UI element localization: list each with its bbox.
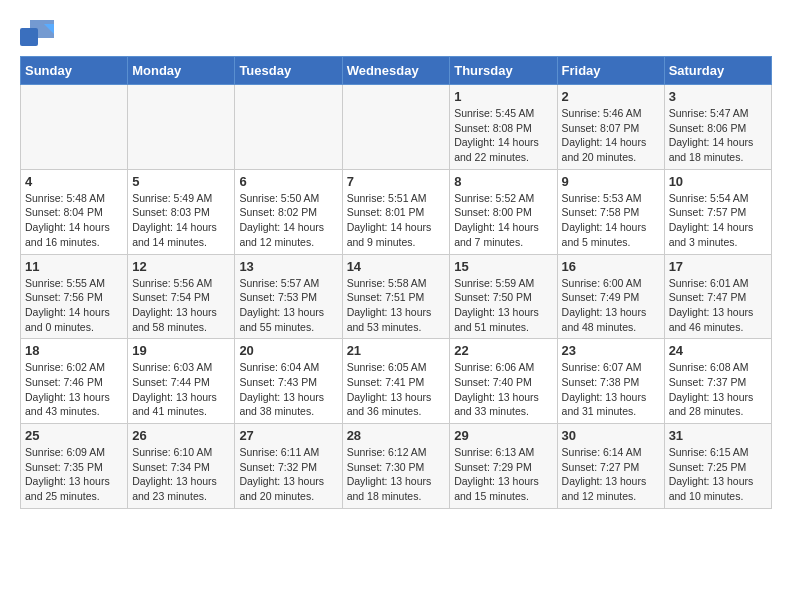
day-info: Sunrise: 5:57 AM Sunset: 7:53 PM Dayligh… <box>239 276 337 335</box>
calendar-week-row: 1Sunrise: 5:45 AM Sunset: 8:08 PM Daylig… <box>21 85 772 170</box>
day-number: 22 <box>454 343 552 358</box>
calendar-cell: 24Sunrise: 6:08 AM Sunset: 7:37 PM Dayli… <box>664 339 771 424</box>
day-number: 23 <box>562 343 660 358</box>
calendar-cell: 10Sunrise: 5:54 AM Sunset: 7:57 PM Dayli… <box>664 169 771 254</box>
calendar-cell <box>128 85 235 170</box>
day-info: Sunrise: 5:54 AM Sunset: 7:57 PM Dayligh… <box>669 191 767 250</box>
day-number: 7 <box>347 174 446 189</box>
day-number: 25 <box>25 428 123 443</box>
calendar-cell: 16Sunrise: 6:00 AM Sunset: 7:49 PM Dayli… <box>557 254 664 339</box>
day-of-week-header: Wednesday <box>342 57 450 85</box>
day-info: Sunrise: 6:03 AM Sunset: 7:44 PM Dayligh… <box>132 360 230 419</box>
day-info: Sunrise: 6:02 AM Sunset: 7:46 PM Dayligh… <box>25 360 123 419</box>
day-of-week-header: Monday <box>128 57 235 85</box>
calendar-cell: 19Sunrise: 6:03 AM Sunset: 7:44 PM Dayli… <box>128 339 235 424</box>
day-number: 20 <box>239 343 337 358</box>
calendar-week-row: 4Sunrise: 5:48 AM Sunset: 8:04 PM Daylig… <box>21 169 772 254</box>
day-info: Sunrise: 6:07 AM Sunset: 7:38 PM Dayligh… <box>562 360 660 419</box>
day-info: Sunrise: 5:58 AM Sunset: 7:51 PM Dayligh… <box>347 276 446 335</box>
day-info: Sunrise: 5:49 AM Sunset: 8:03 PM Dayligh… <box>132 191 230 250</box>
calendar-cell: 28Sunrise: 6:12 AM Sunset: 7:30 PM Dayli… <box>342 424 450 509</box>
calendar-cell: 1Sunrise: 5:45 AM Sunset: 8:08 PM Daylig… <box>450 85 557 170</box>
calendar-cell <box>342 85 450 170</box>
calendar-cell: 20Sunrise: 6:04 AM Sunset: 7:43 PM Dayli… <box>235 339 342 424</box>
day-number: 11 <box>25 259 123 274</box>
day-number: 16 <box>562 259 660 274</box>
day-info: Sunrise: 6:08 AM Sunset: 7:37 PM Dayligh… <box>669 360 767 419</box>
day-info: Sunrise: 5:51 AM Sunset: 8:01 PM Dayligh… <box>347 191 446 250</box>
day-info: Sunrise: 5:46 AM Sunset: 8:07 PM Dayligh… <box>562 106 660 165</box>
calendar-header-row: SundayMondayTuesdayWednesdayThursdayFrid… <box>21 57 772 85</box>
day-number: 15 <box>454 259 552 274</box>
day-info: Sunrise: 6:09 AM Sunset: 7:35 PM Dayligh… <box>25 445 123 504</box>
day-info: Sunrise: 5:50 AM Sunset: 8:02 PM Dayligh… <box>239 191 337 250</box>
day-number: 9 <box>562 174 660 189</box>
day-number: 2 <box>562 89 660 104</box>
calendar-cell: 25Sunrise: 6:09 AM Sunset: 7:35 PM Dayli… <box>21 424 128 509</box>
page-header <box>20 20 772 46</box>
day-number: 3 <box>669 89 767 104</box>
day-number: 14 <box>347 259 446 274</box>
calendar-cell: 14Sunrise: 5:58 AM Sunset: 7:51 PM Dayli… <box>342 254 450 339</box>
calendar-week-row: 18Sunrise: 6:02 AM Sunset: 7:46 PM Dayli… <box>21 339 772 424</box>
calendar-cell: 18Sunrise: 6:02 AM Sunset: 7:46 PM Dayli… <box>21 339 128 424</box>
calendar-cell: 27Sunrise: 6:11 AM Sunset: 7:32 PM Dayli… <box>235 424 342 509</box>
day-info: Sunrise: 5:47 AM Sunset: 8:06 PM Dayligh… <box>669 106 767 165</box>
day-of-week-header: Sunday <box>21 57 128 85</box>
calendar-cell: 17Sunrise: 6:01 AM Sunset: 7:47 PM Dayli… <box>664 254 771 339</box>
day-info: Sunrise: 6:12 AM Sunset: 7:30 PM Dayligh… <box>347 445 446 504</box>
day-info: Sunrise: 5:52 AM Sunset: 8:00 PM Dayligh… <box>454 191 552 250</box>
day-number: 6 <box>239 174 337 189</box>
day-number: 30 <box>562 428 660 443</box>
day-number: 31 <box>669 428 767 443</box>
day-info: Sunrise: 6:10 AM Sunset: 7:34 PM Dayligh… <box>132 445 230 504</box>
day-number: 24 <box>669 343 767 358</box>
calendar-cell: 29Sunrise: 6:13 AM Sunset: 7:29 PM Dayli… <box>450 424 557 509</box>
day-number: 4 <box>25 174 123 189</box>
calendar-week-row: 11Sunrise: 5:55 AM Sunset: 7:56 PM Dayli… <box>21 254 772 339</box>
day-info: Sunrise: 6:15 AM Sunset: 7:25 PM Dayligh… <box>669 445 767 504</box>
day-info: Sunrise: 5:56 AM Sunset: 7:54 PM Dayligh… <box>132 276 230 335</box>
day-info: Sunrise: 5:45 AM Sunset: 8:08 PM Dayligh… <box>454 106 552 165</box>
day-number: 5 <box>132 174 230 189</box>
day-info: Sunrise: 6:13 AM Sunset: 7:29 PM Dayligh… <box>454 445 552 504</box>
day-info: Sunrise: 6:00 AM Sunset: 7:49 PM Dayligh… <box>562 276 660 335</box>
calendar-cell: 13Sunrise: 5:57 AM Sunset: 7:53 PM Dayli… <box>235 254 342 339</box>
calendar-cell: 2Sunrise: 5:46 AM Sunset: 8:07 PM Daylig… <box>557 85 664 170</box>
day-info: Sunrise: 6:11 AM Sunset: 7:32 PM Dayligh… <box>239 445 337 504</box>
day-info: Sunrise: 5:48 AM Sunset: 8:04 PM Dayligh… <box>25 191 123 250</box>
day-number: 8 <box>454 174 552 189</box>
calendar-week-row: 25Sunrise: 6:09 AM Sunset: 7:35 PM Dayli… <box>21 424 772 509</box>
day-of-week-header: Thursday <box>450 57 557 85</box>
day-number: 12 <box>132 259 230 274</box>
day-of-week-header: Friday <box>557 57 664 85</box>
calendar-cell: 26Sunrise: 6:10 AM Sunset: 7:34 PM Dayli… <box>128 424 235 509</box>
calendar-cell: 11Sunrise: 5:55 AM Sunset: 7:56 PM Dayli… <box>21 254 128 339</box>
day-number: 26 <box>132 428 230 443</box>
day-info: Sunrise: 5:53 AM Sunset: 7:58 PM Dayligh… <box>562 191 660 250</box>
logo <box>20 20 58 46</box>
calendar-cell: 22Sunrise: 6:06 AM Sunset: 7:40 PM Dayli… <box>450 339 557 424</box>
calendar-cell: 9Sunrise: 5:53 AM Sunset: 7:58 PM Daylig… <box>557 169 664 254</box>
calendar-cell: 8Sunrise: 5:52 AM Sunset: 8:00 PM Daylig… <box>450 169 557 254</box>
day-number: 10 <box>669 174 767 189</box>
day-number: 21 <box>347 343 446 358</box>
day-number: 19 <box>132 343 230 358</box>
logo-icon <box>20 20 54 46</box>
day-info: Sunrise: 5:59 AM Sunset: 7:50 PM Dayligh… <box>454 276 552 335</box>
day-of-week-header: Tuesday <box>235 57 342 85</box>
calendar-cell: 6Sunrise: 5:50 AM Sunset: 8:02 PM Daylig… <box>235 169 342 254</box>
calendar-cell <box>21 85 128 170</box>
day-info: Sunrise: 6:01 AM Sunset: 7:47 PM Dayligh… <box>669 276 767 335</box>
day-info: Sunrise: 6:05 AM Sunset: 7:41 PM Dayligh… <box>347 360 446 419</box>
day-number: 27 <box>239 428 337 443</box>
day-info: Sunrise: 6:04 AM Sunset: 7:43 PM Dayligh… <box>239 360 337 419</box>
calendar-cell: 21Sunrise: 6:05 AM Sunset: 7:41 PM Dayli… <box>342 339 450 424</box>
day-info: Sunrise: 5:55 AM Sunset: 7:56 PM Dayligh… <box>25 276 123 335</box>
day-number: 13 <box>239 259 337 274</box>
calendar-cell <box>235 85 342 170</box>
day-number: 28 <box>347 428 446 443</box>
calendar-cell: 23Sunrise: 6:07 AM Sunset: 7:38 PM Dayli… <box>557 339 664 424</box>
calendar-cell: 7Sunrise: 5:51 AM Sunset: 8:01 PM Daylig… <box>342 169 450 254</box>
day-number: 29 <box>454 428 552 443</box>
